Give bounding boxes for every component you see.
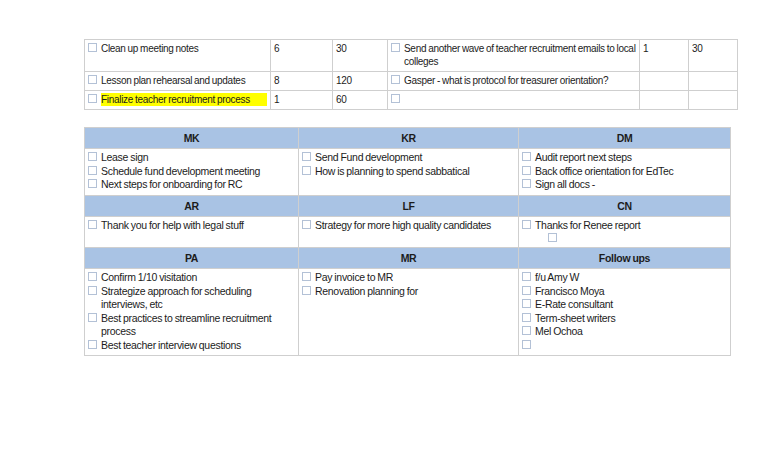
group-header-row: PAMRFollow ups	[85, 248, 731, 269]
value-cell: 60	[333, 91, 388, 110]
cell-value: 6	[274, 43, 279, 54]
item-text: Thanks for Renee report	[535, 219, 727, 233]
checkbox[interactable]	[522, 340, 531, 349]
task-cell: Lesson plan rehearsal and updates	[85, 72, 271, 91]
people-board-table: MKKRDMLease signSchedule fund developmen…	[84, 127, 731, 356]
checkbox[interactable]	[88, 286, 97, 295]
task-item: Send another wave of teacher recruitment…	[391, 42, 636, 68]
item-text: Sign all docs -	[535, 178, 727, 192]
task-list-cell: Confirm 1/10 visitationStrategize approa…	[85, 269, 299, 356]
item-text: Audit report next steps	[535, 151, 727, 165]
checkbox[interactable]	[522, 326, 531, 335]
item-text: Strategy for more high quality candidate…	[315, 219, 515, 233]
checklist-item: Thanks for Renee report	[522, 219, 727, 233]
checkbox[interactable]	[302, 152, 311, 161]
checklist-item: Mel Ochoa	[522, 325, 727, 339]
weekly-task-table: Clean up meeting notes630Send another wa…	[84, 39, 738, 110]
checkbox[interactable]	[88, 313, 97, 322]
checkbox[interactable]	[522, 179, 531, 188]
checkbox[interactable]	[88, 43, 97, 52]
group-header-follow-ups: Follow ups	[519, 248, 731, 269]
cell-value: 120	[336, 75, 352, 86]
value-cell: 120	[333, 72, 388, 91]
checkbox[interactable]	[88, 220, 97, 229]
cell-value: 30	[336, 43, 347, 54]
cell-value: 1	[643, 43, 648, 54]
checkbox[interactable]	[522, 166, 531, 175]
checklist-item	[548, 232, 727, 244]
task-text: Clean up meeting notes	[101, 42, 267, 55]
checkbox[interactable]	[548, 233, 557, 242]
value-cell: 30	[689, 40, 738, 72]
checkbox[interactable]	[522, 272, 531, 281]
task-list-cell: Audit report next stepsBack office orien…	[519, 149, 731, 196]
item-text: Thank you for help with legal stuff	[101, 219, 295, 233]
task-text: Send another wave of teacher recruitment…	[404, 42, 636, 68]
checklist-item: Best practices to streamline recruitment…	[88, 312, 295, 339]
item-text: Mel Ochoa	[535, 325, 727, 339]
checkbox[interactable]	[391, 43, 400, 52]
checkbox[interactable]	[522, 313, 531, 322]
checklist-item: Term-sheet writers	[522, 312, 727, 326]
item-text: Best practices to streamline recruitment…	[101, 312, 295, 339]
task-cell	[388, 91, 640, 110]
checkbox[interactable]	[88, 152, 97, 161]
item-text: Francisco Moya	[535, 285, 727, 299]
group-items-row: Thank you for help with legal stuffStrat…	[85, 216, 731, 248]
checkbox[interactable]	[88, 94, 97, 103]
checkbox[interactable]	[522, 299, 531, 308]
checklist-item: Next steps for onboarding for RC	[88, 178, 295, 192]
task-item: Gasper - what is protocol for treasurer …	[391, 74, 636, 87]
checklist-item: Best teacher interview questions	[88, 339, 295, 353]
checkbox[interactable]	[302, 272, 311, 281]
checkbox[interactable]	[391, 94, 400, 103]
group-header-lf: LF	[299, 195, 519, 216]
checkbox[interactable]	[302, 220, 311, 229]
group-header-mk: MK	[85, 128, 299, 149]
group-items-row: Lease signSchedule fund development meet…	[85, 149, 731, 196]
item-text: Send Fund development	[315, 151, 515, 165]
checkbox[interactable]	[302, 286, 311, 295]
checkbox[interactable]	[391, 75, 400, 84]
item-text: Pay invoice to MR	[315, 271, 515, 285]
task-cell: Send another wave of teacher recruitment…	[388, 40, 640, 72]
item-text: How is planning to spend sabbatical	[315, 165, 515, 179]
checklist-item: How is planning to spend sabbatical	[302, 165, 515, 179]
checkbox[interactable]	[522, 220, 531, 229]
item-text: Back office orientation for EdTec	[535, 165, 727, 179]
checkbox[interactable]	[88, 75, 97, 84]
checkbox[interactable]	[88, 179, 97, 188]
checklist-item: Schedule fund development meeting	[88, 165, 295, 179]
checkbox[interactable]	[302, 166, 311, 175]
group-header-cn: CN	[519, 195, 731, 216]
item-text: Lease sign	[101, 151, 295, 165]
group-header-kr: KR	[299, 128, 519, 149]
cell-value: 30	[692, 43, 703, 54]
task-list-cell: Send Fund developmentHow is planning to …	[299, 149, 519, 196]
task-item: Finalize teacher recruitment process	[88, 93, 267, 106]
task-text: Lesson plan rehearsal and updates	[101, 74, 267, 87]
checkbox[interactable]	[88, 340, 97, 349]
checkbox[interactable]	[88, 166, 97, 175]
checklist-item: Pay invoice to MR	[302, 271, 515, 285]
task-cell: Clean up meeting notes	[85, 40, 271, 72]
item-text: E-Rate consultant	[535, 298, 727, 312]
checklist-item: Back office orientation for EdTec	[522, 165, 727, 179]
checkbox[interactable]	[522, 286, 531, 295]
item-text: Renovation planning for	[315, 285, 515, 299]
value-cell	[640, 72, 689, 91]
value-cell: 8	[271, 72, 333, 91]
checklist-item: Thank you for help with legal stuff	[88, 219, 295, 233]
checklist-item: E-Rate consultant	[522, 298, 727, 312]
item-text: f/u Amy W	[535, 271, 727, 285]
task-list-cell: Strategy for more high quality candidate…	[299, 216, 519, 248]
task-cell: Gasper - what is protocol for treasurer …	[388, 72, 640, 91]
value-cell	[640, 91, 689, 110]
task-text: Gasper - what is protocol for treasurer …	[404, 74, 636, 87]
checkbox[interactable]	[88, 272, 97, 281]
task-list-cell: Thank you for help with legal stuff	[85, 216, 299, 248]
checklist-item: f/u Amy W	[522, 271, 727, 285]
checklist-item: Francisco Moya	[522, 285, 727, 299]
checkbox[interactable]	[522, 152, 531, 161]
item-text: Next steps for onboarding for RC	[101, 178, 295, 192]
